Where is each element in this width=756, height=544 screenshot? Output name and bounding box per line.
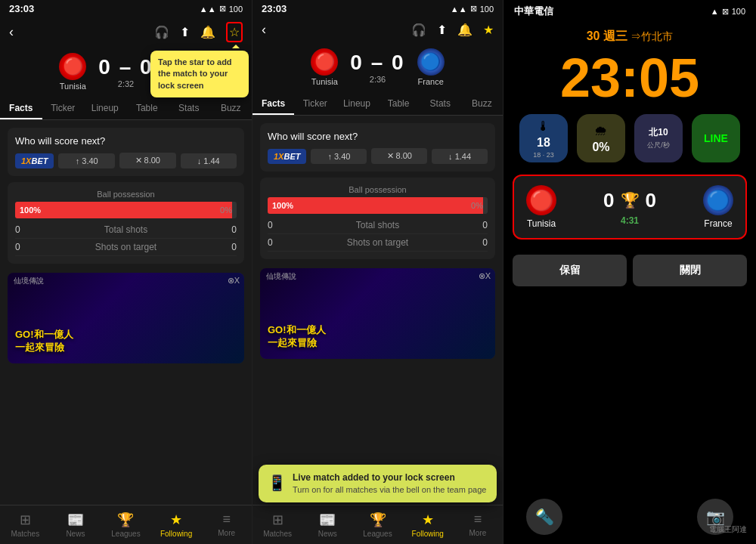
notification-title: Live match added to your lock screen	[293, 472, 486, 483]
ad-close-2[interactable]: ⊗X	[479, 271, 491, 281]
widget-temperature: 🌡 18 18 · 23	[519, 114, 568, 162]
team-name-left-2: Tunisia	[311, 77, 338, 86]
possession-label-1: Ball possession	[15, 190, 237, 199]
bet-opt2-1[interactable]: ✕ 8.00	[119, 153, 176, 168]
headphones-icon-1[interactable]: 🎧	[154, 25, 169, 39]
shots-target-label-1: Shots on target	[95, 242, 156, 252]
tab-buzz-1[interactable]: Buzz	[210, 97, 253, 119]
tab-lineup-1[interactable]: Lineup	[84, 97, 126, 119]
tab-table-2[interactable]: Table	[378, 92, 420, 115]
rain-icon: 🌧	[594, 123, 608, 139]
bet-opt3-1[interactable]: ↓ 1.44	[181, 153, 237, 168]
nav-following-2[interactable]: ★ Following	[403, 508, 453, 541]
tab-stats-2[interactable]: Stats	[420, 92, 461, 115]
tab-facts-2[interactable]: Facts	[253, 92, 294, 115]
possession-card-1: Ball possession 100% 0% 0 Total shots 0 …	[8, 182, 244, 264]
bet-logo-2[interactable]: 1XBET	[268, 149, 306, 164]
shots-target-row-1: 0 Shots on target 0	[15, 239, 237, 256]
tab-stats-1[interactable]: Stats	[168, 97, 210, 119]
lock-status-icons: ▲ ⊠ 100	[711, 7, 745, 17]
tab-facts-1[interactable]: Facts	[0, 97, 42, 119]
tab-table-1[interactable]: Table	[126, 97, 169, 119]
headphones-icon-2[interactable]: 🎧	[411, 23, 426, 37]
nav-leagues-2[interactable]: 🏆 Leagues	[352, 508, 402, 541]
bell-icon-1[interactable]: 🔔	[200, 25, 215, 39]
nav-matches-2[interactable]: ⊞ Matches	[253, 508, 302, 541]
possession-bar-2: 100% 0%	[268, 197, 488, 214]
line-icon: LINE	[704, 132, 728, 144]
tab-buzz-2[interactable]: Buzz	[461, 92, 503, 115]
watermark: 電腦王阿達	[709, 524, 747, 535]
bet-logo-1[interactable]: 1XBET	[15, 153, 54, 168]
match-header-1: ‹ 🎧 ⬆ 🔔 ☆ Tap the star to add the match …	[0, 17, 252, 47]
header-icons-2: 🎧 ⬆ 🔔 ★	[411, 23, 494, 37]
close-button[interactable]: 關閉	[633, 255, 747, 286]
matches-label-1: Matches	[11, 530, 39, 538]
who-score-title-1: Who will score next?	[15, 135, 237, 147]
lock-team-name-left: Tunisia	[527, 218, 556, 229]
lock-flag-right: 🔵	[703, 185, 733, 215]
phone-lock-icon: 📱	[268, 474, 287, 492]
shots-target-label-2: Shots on target	[347, 237, 408, 248]
possession-right-2: 0%	[483, 197, 488, 214]
nav-news-2[interactable]: 📰 News	[302, 508, 352, 541]
bet-opt1-1[interactable]: ↑ 3.40	[58, 153, 115, 168]
tab-ticker-1[interactable]: Ticker	[42, 97, 85, 119]
bet-opt1-2[interactable]: ↑ 3.40	[311, 149, 367, 164]
lock-flag-left: 🔴	[526, 185, 556, 215]
match-time-1: 2:32	[118, 79, 134, 88]
back-button-1[interactable]: ‹	[9, 24, 14, 40]
star-icon-2[interactable]: ★	[483, 23, 494, 37]
nav-matches-1[interactable]: ⊞ Matches	[0, 508, 51, 541]
matches-label-2: Matches	[263, 530, 292, 538]
bottom-nav-2: ⊞ Matches 📰 News 🏆 Leagues ★ Following ≡…	[253, 505, 503, 544]
ad-close-1[interactable]: ⊗X	[228, 276, 240, 286]
content-area-2: Who will score next? 1XBET ↑ 3.40 ✕ 8.00…	[253, 116, 503, 505]
star-icon-1[interactable]: ☆	[226, 22, 243, 42]
following-icon-1: ★	[170, 512, 182, 528]
news-icon-2: 📰	[319, 512, 336, 528]
nav-leagues-1[interactable]: 🏆 Leagues	[101, 508, 151, 541]
share-icon-1[interactable]: ⬆	[180, 25, 190, 39]
who-score-title-2: Who will score next?	[268, 131, 488, 142]
flashlight-button[interactable]: 🔦	[526, 499, 562, 535]
wind-direction: 北10	[649, 126, 668, 139]
nav-following-1[interactable]: ★ Following	[151, 508, 202, 541]
keep-button[interactable]: 保留	[513, 255, 627, 286]
score-display-1: 0 – 0	[98, 55, 153, 79]
status-time-2: 23:03	[262, 3, 287, 14]
shots-target-left-2: 0	[268, 237, 273, 248]
leagues-label-1: Leagues	[111, 530, 140, 538]
nav-more-1[interactable]: ≡ More	[201, 508, 252, 541]
lock-team-name-right: France	[704, 218, 732, 229]
ad-overlay-text-2: GO!和一億人 一起來冒險	[268, 324, 326, 350]
panel-2: 23:03 ▲▲ ⊠ 100 ‹ 🎧 ⬆ 🔔 ★ 🔴 Tunisia 0 – 0	[252, 0, 503, 544]
flashlight-icon: 🔦	[535, 508, 554, 526]
leagues-icon-1: 🏆	[117, 512, 134, 528]
possession-left-1: 100%	[15, 202, 232, 218]
thermometer-icon: 🌡	[537, 119, 550, 134]
panel-1: 23:03 ▲▲ ⊠ 100 ‹ 🎧 ⬆ 🔔 ☆ Tap the star to…	[0, 0, 252, 544]
score-display-2: 0 – 0	[350, 51, 404, 75]
bet-opt2-2[interactable]: ✕ 8.00	[371, 148, 427, 164]
following-label-2: Following	[412, 530, 444, 538]
bet-opt3-2[interactable]: ↓ 1.44	[432, 149, 488, 164]
lock-team-left: 🔴 Tunisia	[526, 185, 556, 229]
total-shots-right-1: 0	[231, 224, 237, 235]
camera-icon: 📷	[706, 508, 725, 526]
possession-card-2: Ball possession 100% 0% 0 Total shots 0 …	[260, 178, 495, 259]
ad-overlay-text-1: GO!和一億人 一起來冒險	[15, 329, 73, 354]
shots-target-right-1: 0	[231, 242, 237, 252]
bell-icon-2[interactable]: 🔔	[457, 23, 472, 37]
back-button-2[interactable]: ‹	[262, 22, 266, 38]
lock-bottom-icons: 🔦 📷	[503, 490, 756, 544]
tab-lineup-2[interactable]: Lineup	[336, 92, 377, 115]
nav-news-1[interactable]: 📰 News	[51, 508, 101, 541]
share-icon-2[interactable]: ⬆	[437, 23, 447, 37]
header-icons-1: 🎧 ⬆ 🔔 ☆	[154, 22, 243, 42]
tab-ticker-2[interactable]: Ticker	[294, 92, 336, 115]
team-flag-left-1: 🔴	[59, 53, 86, 80]
nav-more-2[interactable]: ≡ More	[453, 508, 503, 541]
bet-row-1: 1XBET ↑ 3.40 ✕ 8.00 ↓ 1.44	[15, 153, 237, 168]
status-time-1: 23:03	[9, 3, 34, 14]
